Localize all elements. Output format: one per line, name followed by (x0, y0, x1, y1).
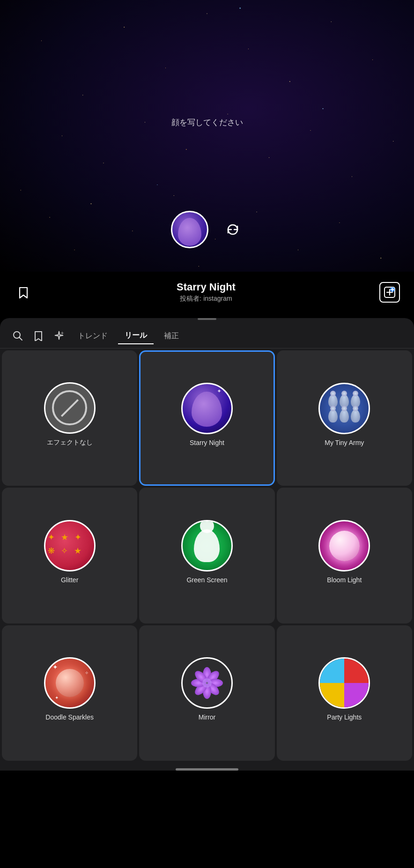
effect-label-glitter: Glitter (61, 576, 78, 584)
tab-reel[interactable]: リール (118, 328, 154, 344)
mirror-icon (181, 657, 233, 709)
effect-label-green-screen: Green Screen (186, 576, 227, 584)
flip-camera-button[interactable] (222, 219, 243, 240)
effect-cell-doodle-sparkles[interactable]: ✦ ✧ ✦ Doodle Sparkles (2, 625, 137, 761)
filter-tabs-bar: トレンド リール 補正 (0, 320, 414, 349)
effect-info-bar: Starry Night 投稿者: instagram (0, 272, 414, 312)
effect-cell-no-effect[interactable]: エフェクトなし (2, 350, 137, 486)
add-to-story-button[interactable] (379, 282, 400, 303)
effects-grid: エフェクトなし Starry Night My Tiny Army (0, 349, 414, 763)
effect-label-my-tiny-army: My Tiny Army (325, 439, 364, 446)
camera-prompt-text: 顔を写してください (171, 117, 243, 128)
effect-label-no-effect: エフェクトなし (47, 438, 93, 447)
effect-title: Starry Night (177, 281, 236, 293)
camera-controls (171, 211, 243, 248)
sparkle-icon-button[interactable] (51, 327, 67, 344)
effect-cell-my-tiny-army[interactable]: My Tiny Army (277, 350, 412, 486)
saved-icon-button[interactable] (30, 327, 47, 344)
effect-label-doodle-sparkles: Doodle Sparkles (45, 713, 94, 721)
search-icon-button[interactable] (9, 327, 26, 344)
effect-cell-green-screen[interactable]: Green Screen (139, 488, 274, 623)
effect-label-starry-night: Starry Night (190, 439, 224, 446)
effect-info-center: Starry Night 投稿者: instagram (177, 281, 236, 303)
effect-preview-icon[interactable] (171, 211, 208, 248)
effect-cell-bloom-light[interactable]: Bloom Light (277, 488, 412, 623)
green-screen-icon (181, 520, 233, 571)
home-indicator (176, 768, 238, 771)
bloom-light-icon (318, 520, 370, 571)
doodle-sparkles-icon: ✦ ✧ ✦ (44, 657, 96, 709)
tab-trend[interactable]: トレンド (71, 328, 114, 344)
bottom-sheet: トレンド リール 補正 エフェクトなし Starry Night (0, 318, 414, 771)
tab-adjust[interactable]: 補正 (157, 328, 185, 344)
effect-label-party-lights: Party Lights (327, 713, 362, 721)
effect-cell-glitter[interactable]: Glitter (2, 488, 137, 623)
bookmark-button[interactable] (14, 283, 33, 302)
no-effect-icon (44, 382, 96, 434)
svg-line-7 (20, 338, 22, 341)
glitter-icon (44, 520, 96, 571)
effect-cell-mirror[interactable]: Mirror (139, 625, 274, 761)
my-tiny-army-icon (318, 383, 370, 434)
party-lights-icon (318, 657, 370, 709)
effect-cell-starry-night[interactable]: Starry Night (139, 350, 274, 486)
effect-label-mirror: Mirror (199, 713, 216, 721)
camera-preview: 顔を写してください (0, 0, 414, 272)
starry-night-icon (181, 383, 233, 434)
effect-cell-party-lights[interactable]: Party Lights (277, 625, 412, 761)
effect-author-text: 投稿者: instagram (177, 295, 236, 303)
effect-label-bloom-light: Bloom Light (327, 576, 362, 584)
